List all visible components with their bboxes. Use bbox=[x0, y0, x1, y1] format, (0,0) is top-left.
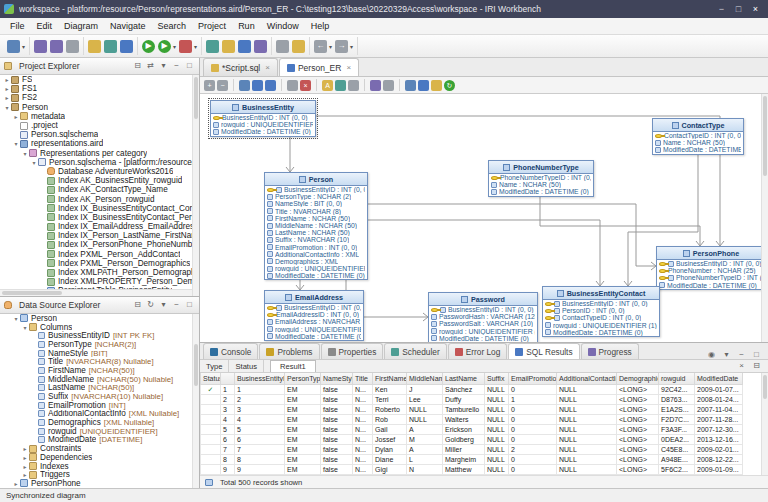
entity-phonenumbertype[interactable]: PhoneNumberTypePhoneNumberTypeID : INT (… bbox=[488, 160, 594, 197]
results-column-header[interactable]: FirstName bbox=[373, 373, 407, 384]
entity-attribute[interactable]: FirstName : NCHAR (50) bbox=[265, 215, 367, 222]
results-cell[interactable]: Gigi bbox=[373, 464, 407, 474]
results-cell[interactable]: Ken bbox=[373, 384, 407, 394]
results-cell[interactable]: N... bbox=[353, 464, 373, 474]
fill-color-icon[interactable] bbox=[335, 80, 346, 91]
results-cell[interactable]: 2009-04-26... bbox=[695, 474, 743, 475]
filters-icon[interactable] bbox=[418, 80, 429, 91]
results-cell[interactable]: NULL bbox=[407, 404, 443, 414]
results-cell[interactable]: false bbox=[321, 434, 353, 444]
project-explorer-tree[interactable]: ▸FS▸FS1▸FS2▾Person▸metadata.projectPerso… bbox=[0, 75, 199, 297]
entity-attribute[interactable]: PhoneNumberTypeID : INT (0, 0) bbox=[489, 174, 593, 181]
results-cell[interactable] bbox=[201, 444, 221, 454]
expand-arrow-icon[interactable]: ▾ bbox=[12, 315, 20, 322]
entity-attribute[interactable]: PasswordHash : VARCHAR (128) bbox=[429, 313, 537, 320]
data-viewer-icon[interactable] bbox=[120, 40, 133, 53]
results-cell[interactable]: false bbox=[321, 404, 353, 414]
results-cell[interactable]: 3 bbox=[221, 404, 235, 414]
results-column-header[interactable]: NameStyle bbox=[321, 373, 353, 384]
results-cell[interactable]: E1A2S... bbox=[659, 404, 695, 414]
select-all-icon[interactable] bbox=[239, 80, 250, 91]
results-cell[interactable]: Michael bbox=[373, 474, 407, 475]
results-cell[interactable]: A bbox=[407, 444, 443, 454]
expand-arrow-icon[interactable]: ▸ bbox=[21, 463, 29, 470]
results-cell[interactable]: A948E... bbox=[659, 454, 695, 464]
results-cell[interactable]: N... bbox=[353, 444, 373, 454]
tree-item-demographics[interactable]: Demographics[XML Nullable] bbox=[0, 418, 199, 427]
results-cell[interactable]: NULL bbox=[407, 414, 443, 424]
results-cell[interactable]: 0 bbox=[509, 404, 557, 414]
results-cell[interactable]: NULL bbox=[557, 414, 617, 424]
results-cell[interactable]: <LONG> bbox=[617, 444, 659, 454]
results-cell[interactable]: Margheim bbox=[443, 454, 485, 464]
results-cell[interactable]: 2007-11-04... bbox=[695, 404, 743, 414]
results-cell[interactable]: false bbox=[321, 444, 353, 454]
pin-icon[interactable] bbox=[431, 80, 442, 91]
results-cell[interactable]: L bbox=[407, 454, 443, 464]
tree-item-index-xmlproperty-person-demographics[interactable]: Index XMLPROPERTY_Person_Demographics bbox=[0, 277, 199, 286]
results-column-header[interactable] bbox=[221, 373, 235, 384]
entity-attribute[interactable]: PhoneNumber : NCHAR (25) bbox=[657, 267, 765, 274]
results-cell[interactable]: Raheem bbox=[443, 474, 485, 475]
entity-attribute[interactable]: Name : NCHAR (50) bbox=[489, 181, 593, 188]
tree-item-persontype[interactable]: PersonType[NCHAR(2)] bbox=[0, 340, 199, 349]
results-row[interactable]: 55EMfalseN...GailAEricksonNULL0NULL<LONG… bbox=[201, 424, 743, 434]
new-wizard-icon[interactable] bbox=[7, 40, 20, 53]
results-cell[interactable]: 10 bbox=[221, 474, 235, 475]
back-dropdown-icon[interactable]: ▾ bbox=[329, 43, 332, 50]
back-icon[interactable]: ← bbox=[314, 40, 327, 53]
results-cell[interactable]: NULL bbox=[557, 434, 617, 444]
results-cell[interactable]: NULL bbox=[485, 464, 509, 474]
export-diagram-icon[interactable] bbox=[370, 80, 381, 91]
results-cell[interactable]: N... bbox=[353, 414, 373, 424]
run-icon[interactable]: ▶ bbox=[142, 40, 155, 53]
menu-edit[interactable]: Edit bbox=[31, 19, 59, 33]
results-row[interactable]: ✓11EMfalseN...KenJSánchezNULL0NULL<LONG>… bbox=[201, 384, 743, 394]
entity-person[interactable]: PersonBusinessEntityID : INT (0, 0)Perso… bbox=[264, 172, 368, 280]
results-cell[interactable]: NULL bbox=[485, 384, 509, 394]
minimize-icon[interactable]: − bbox=[171, 301, 182, 309]
results-cell[interactable]: NULL bbox=[485, 394, 509, 404]
tree-item-person[interactable]: ▾Person bbox=[0, 314, 199, 323]
results-cell[interactable] bbox=[201, 434, 221, 444]
search-icon[interactable] bbox=[276, 40, 289, 53]
entity-businessentitycontact[interactable]: BusinessEntityContactBusinessEntityID : … bbox=[542, 286, 660, 337]
tree-item-additionalcontactinfo[interactable]: AdditionalContactInfo[XML Nullable] bbox=[0, 410, 199, 419]
results-cell[interactable]: 0 bbox=[509, 464, 557, 474]
results-cell[interactable]: 7 bbox=[235, 444, 285, 454]
results-cell[interactable] bbox=[201, 454, 221, 464]
align-icon[interactable] bbox=[265, 80, 276, 91]
arrange-all-icon[interactable] bbox=[252, 80, 263, 91]
results-cell[interactable]: NULL bbox=[557, 404, 617, 414]
entity-emailaddress[interactable]: EmailAddressBusinessEntityID : INT (0, 0… bbox=[264, 290, 364, 341]
results-cell[interactable]: false bbox=[321, 394, 353, 404]
entity-attribute[interactable]: rowguid : UNIQUEIDENTIFIER (1) bbox=[265, 265, 367, 272]
hide-element-icon[interactable] bbox=[287, 80, 298, 91]
results-cell[interactable]: <LONG> bbox=[617, 464, 659, 474]
results-cell[interactable]: 2 bbox=[221, 394, 235, 404]
minimize-button[interactable]: − bbox=[713, 4, 730, 14]
results-cell[interactable]: NULL bbox=[485, 414, 509, 424]
collapse-all-icon[interactable]: ⊟ bbox=[132, 62, 143, 70]
expand-arrow-icon[interactable]: ▾ bbox=[12, 140, 20, 147]
results-cell[interactable]: 5 bbox=[221, 424, 235, 434]
entity-attribute[interactable]: NameStyle : BIT (0, 0) bbox=[265, 200, 367, 207]
tree-item-rowguid[interactable]: rowguid[UNIQUEIDENTIFIER] bbox=[0, 427, 199, 436]
results-cell[interactable]: 2008-12-22... bbox=[695, 454, 743, 464]
entity-attribute[interactable]: BusinessEntityID : INT (0, 0) bbox=[657, 260, 765, 267]
entity-attribute[interactable]: PasswordSalt : VARCHAR (10) bbox=[429, 320, 537, 327]
results-cell[interactable]: 2009-01-07... bbox=[695, 384, 743, 394]
results-cell[interactable]: Erickson bbox=[443, 424, 485, 434]
results-cell[interactable]: 5F6C2... bbox=[659, 464, 695, 474]
tree-item-firstname[interactable]: FirstName[NCHAR(50)] bbox=[0, 366, 199, 375]
entity-attribute[interactable]: BusinessEntityID : INT (0, 0) bbox=[543, 300, 659, 307]
view-menu-icon[interactable]: ▾ bbox=[158, 301, 169, 309]
results-cell[interactable]: 2009-01-09... bbox=[695, 464, 743, 474]
results-vscrollbar[interactable] bbox=[761, 373, 768, 475]
tree-item-index-ak-person-rowguid[interactable]: Index AK_Person_rowguid bbox=[0, 194, 199, 203]
diagram-vscrollbar[interactable] bbox=[761, 94, 768, 342]
results-column-header[interactable]: MiddleName bbox=[407, 373, 443, 384]
results-cell[interactable]: false bbox=[321, 464, 353, 474]
expand-arrow-icon[interactable]: ▸ bbox=[3, 76, 11, 83]
entity-attribute[interactable]: Suffix : NVARCHAR (10) bbox=[265, 236, 367, 243]
